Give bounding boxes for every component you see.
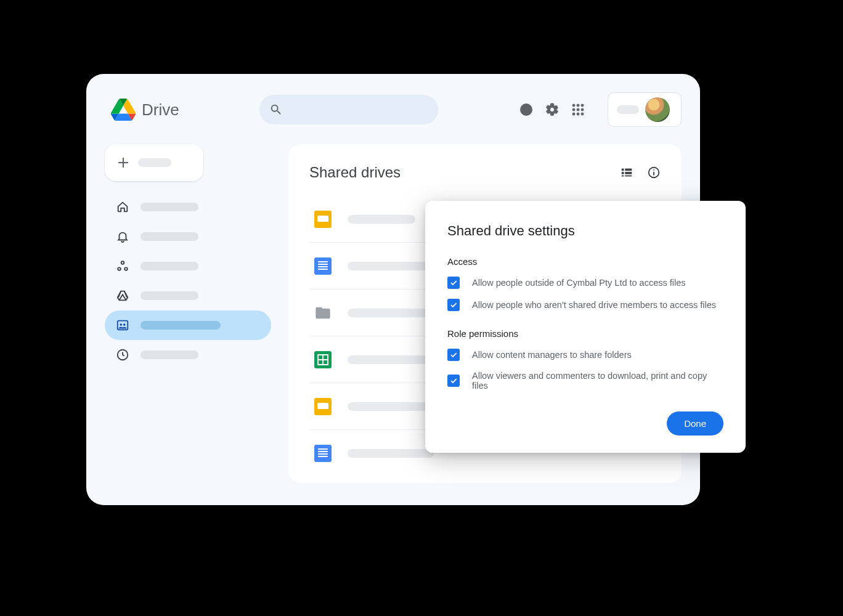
svg-rect-22	[622, 172, 624, 174]
new-button[interactable]	[105, 144, 203, 181]
sidebar-item-home[interactable]	[105, 192, 271, 222]
search-icon	[269, 103, 283, 116]
svg-rect-20	[622, 169, 624, 171]
option-nonmember-access[interactable]: Allow people who aren't shared drive mem…	[447, 299, 723, 311]
svg-point-10	[581, 113, 584, 115]
section-access-label: Access	[447, 256, 723, 267]
svg-point-3	[577, 104, 579, 107]
checkbox-checked-icon[interactable]	[447, 299, 460, 311]
settings-gear-icon[interactable]	[545, 102, 560, 117]
account-switcher[interactable]	[608, 92, 682, 127]
sidebar-item-activity[interactable]	[105, 222, 271, 251]
svg-point-18	[123, 323, 126, 326]
header-actions	[519, 92, 682, 127]
docs-file-icon	[314, 257, 332, 275]
slides-file-icon	[314, 398, 332, 415]
bell-icon	[116, 230, 129, 243]
svg-point-15	[124, 267, 128, 270]
account-label-placeholder	[617, 105, 639, 114]
shared-drives-icon	[116, 318, 129, 332]
drive-outline-icon	[116, 289, 129, 302]
svg-point-4	[581, 104, 584, 107]
sidebar-item-shared-drives[interactable]	[105, 310, 271, 340]
sidebar-item-mydrive[interactable]	[105, 281, 271, 310]
drive-logo-icon	[111, 99, 136, 121]
clock-icon	[116, 348, 129, 362]
svg-point-1	[526, 112, 527, 113]
svg-rect-23	[625, 172, 632, 174]
folder-icon	[314, 304, 332, 322]
sidebar-item-workspaces[interactable]	[105, 251, 271, 281]
option-label: Allow people outside of Cymbal Pty Ltd t…	[472, 278, 686, 288]
option-viewers-download[interactable]: Allow viewers and commenters to download…	[447, 371, 723, 391]
home-icon	[116, 200, 129, 214]
svg-point-2	[572, 104, 575, 107]
done-button[interactable]: Done	[667, 411, 723, 436]
section-role-label: Role permissions	[447, 328, 723, 339]
svg-point-6	[577, 108, 579, 111]
new-label-placeholder	[138, 158, 171, 167]
circles-icon	[116, 259, 129, 273]
svg-point-17	[120, 323, 122, 326]
help-icon[interactable]	[519, 102, 534, 117]
header: Drive	[105, 92, 682, 127]
checkbox-checked-icon[interactable]	[447, 277, 460, 289]
svg-point-28	[653, 169, 654, 171]
checkbox-checked-icon[interactable]	[447, 349, 460, 361]
avatar	[645, 97, 670, 122]
option-label: Allow viewers and commenters to download…	[472, 371, 723, 391]
shared-drive-settings-modal: Shared drive settings Access Allow peopl…	[425, 201, 746, 453]
sidebar	[105, 144, 271, 483]
info-icon[interactable]	[647, 166, 661, 179]
logo-block[interactable]: Drive	[111, 99, 179, 121]
option-outside-access[interactable]: Allow people outside of Cymbal Pty Ltd t…	[447, 277, 723, 289]
option-label: Allow people who aren't shared drive mem…	[472, 300, 716, 310]
svg-point-7	[581, 108, 584, 111]
svg-rect-21	[625, 169, 632, 171]
svg-rect-25	[625, 176, 632, 177]
svg-point-9	[577, 113, 579, 115]
sidebar-item-recent[interactable]	[105, 340, 271, 370]
slides-file-icon	[314, 211, 332, 228]
svg-point-8	[572, 113, 575, 115]
page-title: Shared drives	[309, 164, 401, 181]
list-view-icon[interactable]	[620, 166, 633, 179]
checkbox-checked-icon[interactable]	[447, 375, 460, 387]
search-input[interactable]	[259, 95, 438, 124]
svg-point-14	[118, 267, 121, 270]
plus-icon	[117, 156, 129, 169]
app-title: Drive	[142, 100, 179, 120]
option-label: Allow content managers to share folders	[472, 350, 632, 360]
svg-point-13	[121, 261, 124, 264]
svg-rect-24	[622, 176, 624, 177]
sheets-file-icon	[314, 351, 332, 368]
modal-title: Shared drive settings	[447, 223, 723, 239]
apps-grid-icon[interactable]	[571, 102, 585, 117]
svg-point-5	[572, 108, 575, 111]
docs-file-icon	[314, 445, 332, 462]
option-managers-share[interactable]: Allow content managers to share folders	[447, 349, 723, 361]
